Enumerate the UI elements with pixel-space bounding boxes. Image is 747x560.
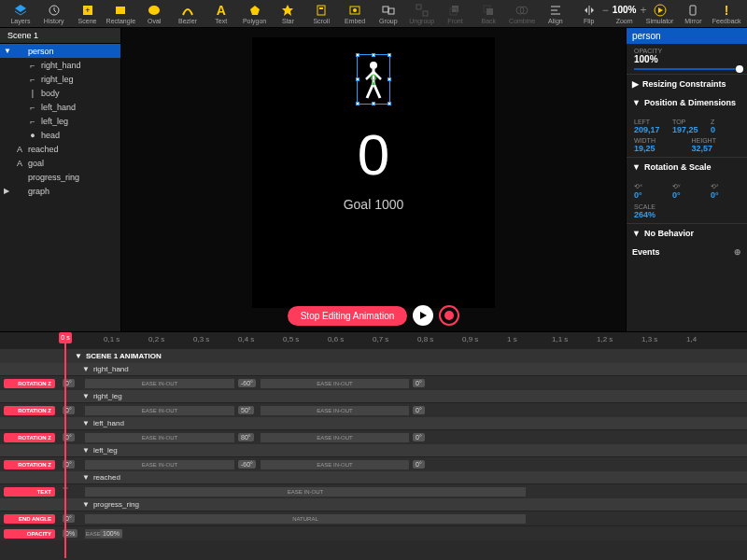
- timeline-panel: 0 s 0 s0,1 s0,2 s0,3 s0,4 s0,5 s0,6 s0,7…: [0, 331, 747, 560]
- ease-segment[interactable]: EASE IN-OUT: [85, 406, 234, 415]
- ease-segment[interactable]: EASE IN-OUT: [261, 433, 409, 442]
- scene-tool[interactable]: +Scene: [71, 1, 105, 27]
- scroll-tool[interactable]: Scroll: [304, 1, 338, 27]
- front-tool[interactable]: Front: [439, 1, 472, 27]
- layers-tool[interactable]: Layers: [4, 1, 37, 27]
- star-tool[interactable]: Star: [272, 1, 305, 27]
- position-section[interactable]: ▼Position & Dimensions: [627, 93, 747, 112]
- rotation-section[interactable]: ▼Rotation & Scale: [627, 158, 747, 176]
- polygon-tool[interactable]: Polygon: [238, 1, 272, 27]
- record-button[interactable]: [439, 305, 459, 326]
- layer-left_leg[interactable]: ⌐left_leg: [0, 114, 120, 128]
- layer-right_hand[interactable]: ⌐right_hand: [0, 58, 120, 72]
- stop-editing-button[interactable]: Stop Editing Animation: [288, 306, 408, 326]
- tl-group-left_leg[interactable]: ▼left_leg: [0, 444, 747, 456]
- layer-goal[interactable]: Agoal: [0, 156, 120, 170]
- play-button[interactable]: [413, 305, 433, 326]
- history-tool[interactable]: History: [37, 1, 71, 27]
- tl-track[interactable]: ROTATION Z0°EASE IN-OUT80°EASE IN-OUT0°: [0, 429, 747, 444]
- ease-segment[interactable]: EASE IN-OUT: [85, 487, 526, 497]
- person-figure[interactable]: [361, 61, 386, 102]
- ease-segment[interactable]: NATURAL: [85, 514, 526, 524]
- tl-group-reached[interactable]: ▼reached: [0, 471, 747, 483]
- tl-track[interactable]: ROTATION Z0°EASE IN-OUT-60°EASE IN-OUT0°: [0, 375, 747, 390]
- layer-person[interactable]: ▼person: [0, 44, 120, 58]
- add-event-icon[interactable]: ⊕: [734, 247, 741, 257]
- layer-progress_ring[interactable]: progress_ring: [0, 170, 120, 184]
- layer-head[interactable]: ●head: [0, 128, 120, 142]
- layer-left_hand[interactable]: ⌐left_hand: [0, 100, 120, 114]
- svg-line-31: [367, 83, 374, 98]
- time-tick: 1,1 s: [552, 335, 568, 343]
- keyframe[interactable]: -60°: [238, 379, 256, 387]
- simulator-tool[interactable]: Simulator: [643, 1, 677, 27]
- keyframe[interactable]: 50°: [238, 406, 254, 414]
- combine-tool[interactable]: Combine: [505, 1, 539, 27]
- events-section[interactable]: Events⊕: [627, 243, 747, 261]
- tl-track[interactable]: TEXTEASE IN-OUT: [0, 483, 747, 498]
- svg-rect-26: [690, 6, 696, 15]
- text-tool[interactable]: AText: [204, 1, 238, 27]
- embed-tool[interactable]: Embed: [338, 1, 372, 27]
- svg-rect-14: [423, 11, 428, 16]
- rectangle-tool[interactable]: Rectangle: [104, 1, 137, 27]
- tl-track[interactable]: ROTATION Z0°EASE IN-OUT-60°EASE IN-OUT0°: [0, 456, 747, 471]
- keyframe[interactable]: 80°: [238, 433, 254, 441]
- time-tick: 0,4 s: [238, 335, 254, 343]
- time-tick: 0,9 s: [462, 335, 478, 343]
- mirror-tool[interactable]: Mirror: [676, 1, 710, 27]
- align-tool[interactable]: Align: [539, 1, 572, 27]
- tl-track[interactable]: END ANGLE0°NATURAL: [0, 511, 747, 525]
- goal-text: Goal 1000: [344, 197, 404, 212]
- ease-segment[interactable]: EASE IN-OUT: [85, 379, 234, 388]
- layer-right_leg[interactable]: ⌐right_leg: [0, 72, 120, 86]
- ease-segment[interactable]: EASE IN-OUT: [85, 433, 234, 442]
- tl-track[interactable]: ROTATION Z0°EASE IN-OUT50°EASE IN-OUT0°: [0, 402, 747, 417]
- tl-group-right_hand[interactable]: ▼right_hand: [0, 363, 747, 375]
- inspector-panel: person OPACITY 100% ▶Resizing Constraint…: [626, 28, 747, 331]
- stage[interactable]: 0 Goal 1000: [252, 37, 495, 308]
- layer-body[interactable]: |body: [0, 86, 120, 100]
- flip-tool[interactable]: Flip: [572, 1, 606, 27]
- reached-number: 0: [358, 121, 389, 188]
- ease-segment[interactable]: EASE IN-OUT: [261, 406, 409, 415]
- time-ruler[interactable]: 0 s 0 s0,1 s0,2 s0,3 s0,4 s0,5 s0,6 s0,7…: [0, 332, 747, 349]
- scene-tab[interactable]: Scene 1: [0, 28, 120, 44]
- toolbar: Layers History +Scene Rectangle Oval Bez…: [0, 0, 747, 28]
- keyframe[interactable]: 0°: [413, 460, 425, 469]
- oval-tool[interactable]: Oval: [137, 1, 171, 27]
- playhead[interactable]: 0 s: [59, 332, 72, 343]
- tl-track[interactable]: OPACITY0%EASE IN-OUT100%: [0, 525, 747, 540]
- tl-group-left_hand[interactable]: ▼left_hand: [0, 417, 747, 429]
- zoom-control[interactable]: −100%+ Zoom: [606, 1, 643, 27]
- behavior-section[interactable]: ▼No Behavior: [627, 224, 747, 243]
- time-tick: 0,2 s: [148, 335, 164, 343]
- back-tool[interactable]: Back: [472, 1, 505, 27]
- opacity-slider[interactable]: [634, 68, 740, 70]
- keyframe[interactable]: 0°: [413, 433, 425, 441]
- property-badge: OPACITY: [4, 529, 55, 539]
- group-tool[interactable]: Group: [372, 1, 405, 27]
- zoom-out[interactable]: −: [602, 4, 609, 17]
- feedback-tool[interactable]: !Feedback: [710, 1, 743, 27]
- ease-segment[interactable]: EASE IN-OUT: [261, 379, 409, 388]
- ease-segment[interactable]: EASE IN-OUT: [85, 460, 234, 469]
- ungroup-tool[interactable]: Ungroup: [405, 1, 439, 27]
- keyframe[interactable]: 0°: [413, 406, 425, 414]
- canvas[interactable]: 0 Goal 1000 Stop Editing Animation: [121, 28, 626, 331]
- tl-group-progress_ring[interactable]: ▼progress_ring: [0, 498, 747, 511]
- ease-segment[interactable]: EASE IN-OUT: [261, 460, 409, 469]
- svg-text:+: +: [85, 6, 90, 15]
- keyframe[interactable]: 0°: [413, 379, 425, 387]
- svg-point-4: [148, 6, 160, 15]
- layer-graph[interactable]: ▶graph: [0, 184, 120, 198]
- resizing-section[interactable]: ▶Resizing Constraints: [627, 75, 747, 93]
- keyframe[interactable]: -60°: [238, 460, 256, 469]
- svg-rect-3: [116, 7, 125, 14]
- layer-reached[interactable]: Areached: [0, 142, 120, 156]
- timeline-header[interactable]: ▼SCENE 1 ANIMATION: [0, 349, 747, 363]
- keyframe[interactable]: 100%: [100, 529, 122, 538]
- zoom-value: 100%: [613, 5, 637, 15]
- bezier-tool[interactable]: Bezier: [171, 1, 204, 27]
- tl-group-right_leg[interactable]: ▼right_leg: [0, 390, 747, 402]
